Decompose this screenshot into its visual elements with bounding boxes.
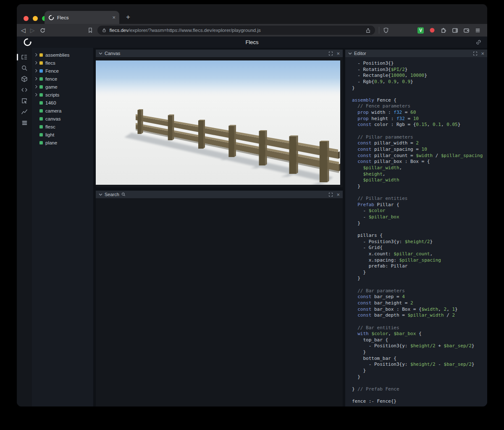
link-icon[interactable] (475, 39, 482, 45)
code-line: - Rotation3{$PI/2} (352, 67, 487, 73)
code-line: } (352, 374, 487, 380)
browser-tab[interactable]: Flecs × (45, 11, 119, 24)
entity-color-square (39, 117, 43, 121)
reload-button[interactable] (39, 27, 46, 34)
search-panel: Search × (96, 191, 343, 406)
collapse-chevron-icon[interactable] (99, 193, 102, 196)
tree-item-1460[interactable]: 1460 (32, 99, 93, 107)
entity-tree: assembliesflecsFencefencegamescripts1460… (32, 48, 93, 406)
code-line: x.count: $pillar_count, (352, 251, 487, 257)
code-line (352, 393, 487, 399)
tree-item-assemblies[interactable]: assemblies (32, 51, 93, 59)
tree-item-Fence[interactable]: Fence (32, 67, 93, 75)
expand-chevron-icon[interactable] (35, 85, 39, 89)
window-controls (24, 16, 47, 21)
expand-chevron-icon[interactable] (35, 77, 39, 81)
tree-item-fence[interactable]: fence (32, 75, 93, 83)
shield-icon[interactable] (383, 27, 389, 33)
url-bar[interactable]: flecs.dev/explorer/?wasm=https://www.fle… (97, 26, 375, 35)
tree-item-scripts[interactable]: scripts (32, 91, 93, 99)
entity-color-square (39, 93, 43, 97)
wallet-icon[interactable] (462, 26, 471, 35)
center-column: Canvas × (96, 48, 343, 406)
entity-label: camera (45, 108, 61, 113)
tree-item-game[interactable]: game (32, 83, 93, 91)
code-line: } (352, 368, 487, 374)
tree-item-plane[interactable]: plane (32, 139, 93, 147)
vimium-extension-icon[interactable]: V (417, 27, 424, 34)
code-line: // Pillar entities (352, 196, 487, 202)
left-icon-bar (17, 48, 32, 406)
code-line: $pillar_width (352, 177, 487, 184)
entity-color-square (39, 101, 43, 105)
search-panel-header[interactable]: Search × (96, 191, 343, 198)
expand-panel-icon[interactable] (473, 51, 478, 56)
code-editor[interactable]: - Position3{} - Rotation3{$PI/2} - Recta… (345, 57, 487, 406)
close-panel-icon[interactable]: × (336, 51, 340, 56)
expand-panel-icon[interactable] (328, 51, 333, 56)
rows-icon[interactable] (17, 117, 32, 128)
side-panel-icon[interactable] (450, 26, 459, 35)
search-results-area[interactable] (96, 198, 343, 406)
tree-icon[interactable] (17, 52, 32, 63)
close-window-button[interactable] (24, 16, 29, 21)
entity-label: light (45, 132, 54, 137)
extensions-puzzle-icon[interactable] (439, 26, 448, 35)
panel-title: Canvas (105, 51, 120, 56)
tree-item-light[interactable]: light (32, 131, 93, 139)
fence-3d-scene (96, 60, 340, 185)
close-panel-icon[interactable]: × (481, 51, 484, 56)
entity-color-square (39, 77, 43, 81)
tab-strip: Flecs × + (17, 4, 487, 24)
code-line: - Position3{y: $height/2} (352, 239, 487, 245)
search-icon[interactable] (17, 63, 32, 73)
sky-and-ground (96, 60, 340, 185)
code-icon[interactable] (17, 84, 32, 95)
tree-item-flecs[interactable]: flecs (32, 59, 93, 67)
tree-item-flesc[interactable]: flesc (32, 123, 93, 131)
forward-button[interactable]: ▷ (30, 27, 35, 34)
code-line: $height, (352, 171, 487, 178)
close-panel-icon[interactable]: × (336, 192, 340, 197)
expand-chevron-icon[interactable] (35, 69, 39, 73)
code-line: const bar_height = 2 (352, 300, 487, 307)
collapse-chevron-icon[interactable] (348, 52, 352, 55)
inspect-icon[interactable] (17, 95, 32, 106)
extensions-area: V (416, 26, 482, 35)
bookmark-icon[interactable] (87, 27, 93, 33)
editor-panel-header[interactable]: Editor × (345, 50, 487, 57)
tab-close-icon[interactable]: × (112, 15, 116, 20)
entity-label: 1460 (45, 100, 56, 105)
code-line: const pillar_spacing = 10 (352, 147, 487, 153)
share-icon[interactable] (365, 28, 371, 33)
expand-panel-icon[interactable] (328, 192, 333, 197)
collapse-chevron-icon[interactable] (99, 52, 102, 55)
expand-chevron-icon[interactable] (35, 53, 39, 57)
panel-title: Search (105, 192, 119, 197)
tree-item-canvas[interactable]: canvas (32, 115, 93, 123)
code-line (352, 380, 487, 386)
code-line: pillars { (352, 233, 487, 239)
minimize-window-button[interactable] (33, 16, 38, 21)
code-line: // Pillar parameters (352, 134, 487, 141)
cube-icon[interactable] (17, 73, 32, 84)
code-line: } (352, 270, 487, 276)
menu-icon[interactable] (473, 26, 482, 35)
code-line: // Fence parameters (352, 103, 487, 110)
tree-item-camera[interactable]: camera (32, 107, 93, 115)
back-button[interactable]: ◁ (21, 27, 26, 34)
code-line: // Bar parameters (352, 288, 487, 294)
entity-color-square (39, 109, 43, 113)
expand-chevron-icon[interactable] (35, 61, 39, 65)
entity-color-square (39, 85, 43, 89)
canvas-3d-view[interactable] (96, 57, 343, 187)
expand-chevron-icon[interactable] (35, 93, 39, 97)
record-extension-icon[interactable] (428, 26, 437, 35)
new-tab-button[interactable]: + (123, 12, 134, 23)
flecs-favicon-icon (48, 15, 54, 21)
entity-color-square (39, 69, 43, 73)
chart-icon[interactable] (17, 106, 32, 117)
code-line (352, 226, 487, 233)
code-line: with $color, $bar_box { (352, 331, 487, 337)
canvas-panel-header[interactable]: Canvas × (96, 50, 343, 57)
